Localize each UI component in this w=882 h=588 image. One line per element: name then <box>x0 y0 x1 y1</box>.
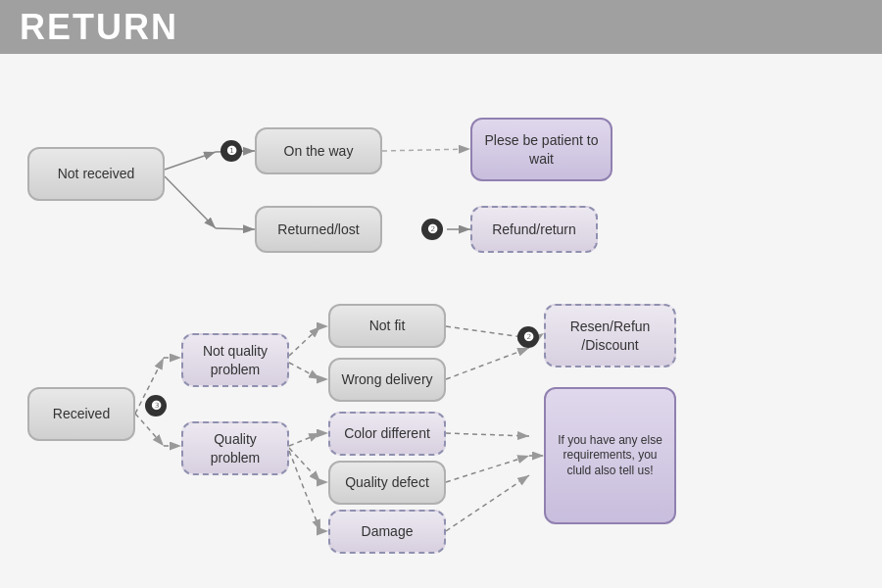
page-title: RETURN <box>20 7 178 48</box>
box-color-different: Color different <box>328 412 446 456</box>
svg-line-23 <box>446 348 529 379</box>
svg-line-2 <box>165 152 216 170</box>
box-damage: Damage <box>328 510 446 554</box>
header: RETURN <box>0 0 882 54</box>
box-please-wait: Plese be patient to wait <box>470 118 612 181</box>
badge-one: ❶ <box>220 140 242 162</box>
svg-line-9 <box>135 414 164 446</box>
svg-line-3 <box>165 176 216 228</box>
svg-line-27 <box>446 475 529 531</box>
svg-line-25 <box>446 433 529 436</box>
svg-line-18 <box>289 451 320 531</box>
box-on-the-way: On the way <box>255 127 382 174</box>
badge-two-bottom: ❷ <box>517 326 539 348</box>
svg-line-13 <box>289 363 320 379</box>
svg-line-26 <box>446 456 529 482</box>
svg-line-16 <box>289 433 320 446</box>
box-received: Received <box>27 387 135 441</box>
box-returned-lost: Returned/lost <box>255 206 382 253</box>
badge-three: ❸ <box>145 395 167 416</box>
diagram-area: ❶ ❷ Not received On the way Returned/los… <box>0 54 882 588</box>
svg-line-17 <box>289 448 320 482</box>
box-refund-return: Refund/return <box>470 206 598 253</box>
box-not-fit: Not fit <box>328 304 446 348</box>
box-not-received: Not received <box>27 147 165 201</box>
box-wrong-delivery: Wrong delivery <box>328 358 446 402</box>
box-resen-refund: Resen/Refun /Discount <box>544 304 676 368</box>
svg-line-6 <box>382 149 470 151</box>
box-quality-problem: Quality problem <box>181 421 289 475</box>
svg-line-12 <box>289 326 320 356</box>
box-not-quality-problem: Not quality problem <box>181 333 289 387</box>
box-quality-defect: Quality defect <box>328 461 446 505</box>
badge-two-top: ❷ <box>421 219 443 240</box>
box-requirements: If you have any else requirements, you c… <box>544 387 676 524</box>
svg-line-5 <box>216 228 255 229</box>
